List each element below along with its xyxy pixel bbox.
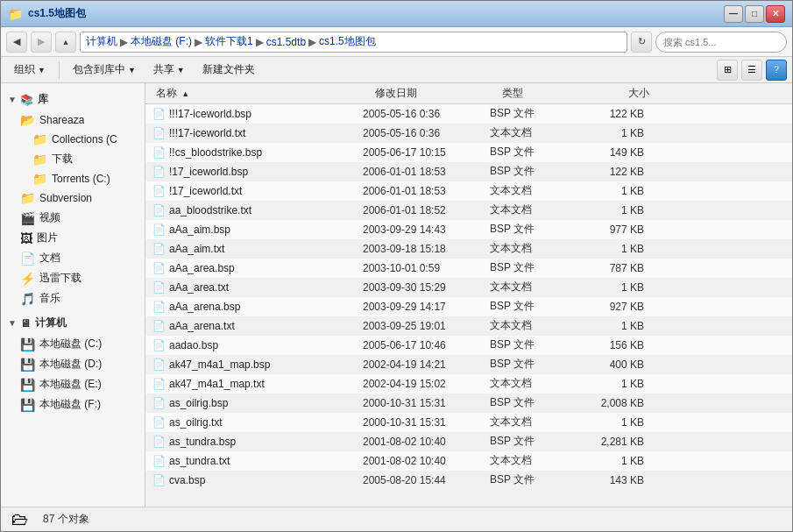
search-input[interactable] [656,37,787,47]
table-row[interactable]: 📄 aAa_arena.bsp 2003-09-29 14:17 BSP 文件 … [145,297,792,316]
file-date-cell: 2005-06-17 10:15 [363,146,490,159]
file-size-cell: 2,008 KB [577,397,648,409]
file-size-cell: 1 KB [577,378,648,390]
file-icon: 📄 [152,281,166,294]
table-row[interactable]: 📄 aAa_area.txt 2003-09-30 15:29 文本文档 1 K… [145,278,792,297]
file-icon: 📄 [152,474,166,486]
close-button[interactable]: ✕ [766,5,785,23]
maximize-button[interactable]: □ [745,5,764,23]
share-button[interactable]: 共享 ▼ [145,60,193,81]
breadcrumb-item-2[interactable]: 本地磁盘 (F:) [131,34,192,49]
file-type-cell: 文本文档 [490,202,577,217]
file-size-cell: 1 KB [577,455,648,467]
file-date-cell: 2002-04-19 15:02 [363,378,490,390]
breadcrumb-item-4[interactable]: cs1.5dtb [266,36,306,48]
breadcrumb-item-3[interactable]: 软件下载1 [205,34,253,49]
file-type-cell: BSP 文件 [490,260,577,275]
table-row[interactable]: 📄 aAa_area.bsp 2003-10-01 0:59 BSP 文件 78… [145,259,792,278]
file-type-cell: BSP 文件 [490,395,577,410]
file-size-cell: 1 KB [577,204,648,216]
file-size-cell: 1 KB [577,243,648,255]
breadcrumb-item-1[interactable]: 计算机 [86,34,117,49]
file-type-cell: BSP 文件 [490,472,577,487]
table-row[interactable]: 📄 ak47_m4a1_map.bsp 2002-04-19 14:21 BSP… [145,355,792,374]
documents-icon: 📄 [20,252,35,266]
file-date-cell: 2005-05-16 0:36 [363,127,490,139]
sidebar-item-downloads[interactable]: 📁 下载 [1,149,145,169]
file-type-cell: BSP 文件 [490,145,577,160]
file-date-cell: 2005-06-17 10:46 [363,339,490,351]
table-row[interactable]: 📄 as_oilrig.txt 2000-10-31 15:31 文本文档 1 … [145,413,792,432]
view-options-button[interactable]: ⊞ [717,60,738,81]
file-icon: 📄 [152,223,166,236]
torrents-label: Torrents (C:) [52,173,110,185]
table-row[interactable]: 📄 as_tundra.bsp 2001-08-02 10:40 BSP 文件 … [145,432,792,451]
sidebar-section-library[interactable]: ▼ 📚 库 [1,89,145,110]
help-button[interactable]: ? [766,60,787,81]
shareaza-label: Shareaza [39,114,84,126]
table-row[interactable]: 📄 aAa_aim.bsp 2003-09-29 14:43 BSP 文件 97… [145,220,792,239]
sidebar-item-documents[interactable]: 📄 文档 [1,248,145,268]
sidebar-section-computer[interactable]: ▼ 🖥 计算机 [1,312,145,334]
forward-button[interactable]: ▶ [31,32,52,53]
table-row[interactable]: 📄 !!!17-iceworld.bsp 2005-05-16 0:36 BSP… [145,104,792,124]
table-row[interactable]: 📄 !17_iceworld.bsp 2006-01-01 18:53 BSP … [145,162,792,181]
table-row[interactable]: 📄 aa_bloodstrike.txt 2006-01-01 18:52 文本… [145,201,792,220]
file-type-cell: BSP 文件 [490,222,577,237]
breadcrumb[interactable]: 计算机 ▶ 本地磁盘 (F:) ▶ 软件下载1 ▶ cs1.5dtb ▶ cs1… [80,32,627,53]
refresh-button[interactable]: ↻ [631,32,652,53]
sidebar-item-drive-e[interactable]: 💾 本地磁盘 (E:) [1,374,145,394]
column-header-size[interactable]: 大小 [586,86,656,101]
file-date-cell: 2000-10-31 15:31 [363,397,490,409]
new-folder-button[interactable]: 新建文件夹 [195,60,263,81]
table-row[interactable]: 📄 ak47_m4a1_map.txt 2002-04-19 15:02 文本文… [145,374,792,394]
sidebar-item-collections[interactable]: 📁 Collections (C [1,130,145,149]
table-row[interactable]: 📄 !!cs_bloodstrike.bsp 2005-06-17 10:15 … [145,143,792,162]
window-title: cs1.5地图包 [28,6,86,21]
file-type-cell: BSP 文件 [490,357,577,372]
up-button[interactable]: ▲ [55,32,76,53]
file-type-cell: BSP 文件 [490,299,577,314]
table-row[interactable]: 📄 !17_iceworld.txt 2006-01-01 18:53 文本文档… [145,181,792,201]
music-icon: 🎵 [20,292,35,306]
file-name-cell: 📄 aa_bloodstrike.txt [152,204,363,216]
breadcrumb-item-5[interactable]: cs1.5地图包 [319,34,376,49]
column-header-name[interactable]: 名称 ▲ [152,86,372,101]
file-name-cell: 📄 aAa_area.bsp [152,262,363,274]
sidebar-item-drive-c[interactable]: 💾 本地磁盘 (C:) [1,334,145,354]
file-list-header: 名称 ▲ 修改日期 类型 大小 [145,83,792,104]
file-size-cell: 122 KB [577,166,648,178]
table-row[interactable]: 📄 as_tundra.txt 2001-08-02 10:40 文本文档 1 … [145,451,792,471]
sidebar-item-video[interactable]: 🎬 视频 [1,208,145,228]
music-label: 音乐 [39,291,60,306]
file-size-cell: 1 KB [577,185,648,197]
file-icon: 📄 [152,397,166,409]
file-name-cell: 📄 aAa_arena.bsp [152,301,363,313]
file-date-cell: 2003-09-30 15:29 [363,281,490,294]
back-button[interactable]: ◀ [6,32,27,53]
table-row[interactable]: 📄 aAa_aim.txt 2003-09-18 15:18 文本文档 1 KB [145,239,792,259]
sidebar-item-drive-f[interactable]: 💾 本地磁盘 (F:) [1,394,145,415]
table-row[interactable]: 📄 aAa_arena.txt 2003-09-25 19:01 文本文档 1 … [145,316,792,336]
search-bar[interactable]: 🔍 [655,32,787,53]
drive-e-label: 本地磁盘 (E:) [39,377,102,392]
file-name-cell: 📄 ak47_m4a1_map.txt [152,378,363,390]
table-row[interactable]: 📄 cva.bsp 2005-08-20 15:44 BSP 文件 143 KB [145,471,792,490]
sidebar-item-torrents[interactable]: 📁 Torrents (C:) [1,169,145,188]
organize-button[interactable]: 组织 ▼ [6,60,53,81]
file-size-cell: 1 KB [577,320,648,332]
table-row[interactable]: 📄 aadao.bsp 2005-06-17 10:46 BSP 文件 156 … [145,336,792,355]
sidebar-item-shareaza[interactable]: 📂 Shareaza [1,110,145,130]
column-header-date[interactable]: 修改日期 [372,86,499,101]
sidebar-item-music[interactable]: 🎵 音乐 [1,288,145,309]
sidebar-item-drive-d[interactable]: 💾 本地磁盘 (D:) [1,354,145,374]
sidebar-item-pictures[interactable]: 🖼 图片 [1,228,145,248]
column-header-type[interactable]: 类型 [499,86,586,101]
view-details-button[interactable]: ☰ [741,60,762,81]
table-row[interactable]: 📄 !!!17-iceworld.txt 2005-05-16 0:36 文本文… [145,124,792,143]
sidebar-item-subversion[interactable]: 📁 Subversion [1,188,145,208]
minimize-button[interactable]: — [724,5,743,23]
sidebar-item-xunlei[interactable]: ⚡ 迅雷下载 [1,268,145,288]
include-library-button[interactable]: 包含到库中 ▼ [65,60,144,81]
table-row[interactable]: 📄 as_oilrig.bsp 2000-10-31 15:31 BSP 文件 … [145,394,792,413]
